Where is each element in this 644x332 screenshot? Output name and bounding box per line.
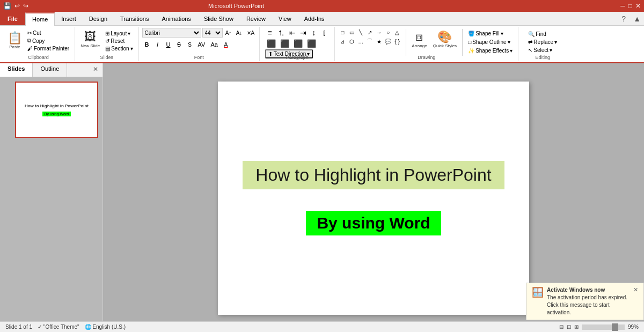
font-family-select[interactable]: Calibri [142, 28, 201, 38]
arrange-button[interactable]: ⧈ Arrange [409, 28, 429, 51]
redo-icon[interactable]: ↪ [23, 2, 28, 10]
quick-styles-button[interactable]: 🎨 Quick Styles [431, 28, 459, 51]
slide-subtitle[interactable]: By using Word [306, 211, 441, 235]
tab-insert[interactable]: Insert [55, 12, 83, 25]
tab-file[interactable]: File [0, 12, 25, 25]
increase-font-button[interactable]: A↑ [224, 28, 233, 38]
paste-button[interactable]: 📋 Paste [5, 29, 24, 53]
copy-icon: ⧉ [27, 38, 31, 44]
zoom-slider[interactable] [582, 324, 625, 330]
help-icon[interactable]: ? [617, 14, 630, 23]
slide-info: Slide 1 of 1 [5, 324, 32, 330]
underline-button[interactable]: U [164, 40, 173, 49]
shape-line[interactable]: ╲ [356, 28, 365, 36]
view-slide-btn[interactable]: ⊡ [567, 324, 571, 330]
justify-button[interactable]: ⬛ [305, 39, 318, 48]
shape-curve[interactable]: ⌒ [365, 37, 374, 46]
copy-button[interactable]: ⧉ Copy [25, 37, 71, 45]
activation-toast[interactable]: 🪟 Activate Windows now The activation pe… [526, 283, 644, 320]
shape-hex[interactable]: ⬡ [347, 37, 356, 46]
select-button[interactable]: ↖ Select ▾ [526, 47, 559, 54]
slides-tab[interactable]: Slides [0, 63, 33, 77]
cut-button[interactable]: ✂ Cut [25, 29, 71, 36]
align-right-button[interactable]: ⬛ [292, 39, 304, 48]
strikethrough-button[interactable]: S [174, 40, 184, 49]
font-color-button[interactable]: A [221, 40, 231, 49]
decrease-indent-button[interactable]: ⇤ [288, 28, 297, 38]
minimize-btn[interactable]: ─ [620, 2, 625, 10]
reset-button[interactable]: ↺ Reset [103, 38, 135, 45]
columns-button[interactable]: ⫿ [320, 28, 330, 38]
replace-icon: ⇄ [528, 39, 532, 45]
slide-canvas[interactable]: How to Highlight in PowerPoint By using … [218, 82, 529, 315]
shape-outline-button[interactable]: □ Shape Outline ▾ [466, 39, 515, 46]
view-normal-btn[interactable]: ⊟ [559, 324, 564, 330]
layout-icon: ⊞ [105, 31, 109, 36]
slide-thumbnail[interactable]: How to Highlight in PowerPoint By using … [15, 82, 98, 138]
activation-message: The activation period has expired. Click… [547, 294, 630, 316]
shape-rect[interactable]: □ [338, 28, 347, 36]
tab-home[interactable]: Home [25, 12, 55, 26]
section-button[interactable]: ▤ Section ▾ [103, 45, 135, 52]
shape-rect2[interactable]: ▭ [347, 28, 356, 36]
cut-icon: ✂ [27, 30, 32, 36]
shape-line2[interactable]: ↗ [365, 28, 374, 36]
tab-addins[interactable]: Add-Ins [298, 12, 331, 25]
activation-title: Activate Windows now [547, 286, 630, 294]
reset-icon: ↺ [105, 38, 109, 44]
change-case-button[interactable]: Aa [208, 40, 219, 49]
font-size-select[interactable]: 44 [202, 28, 223, 38]
format-painter-icon: 🖌 [27, 46, 33, 51]
shape-circle[interactable]: ○ [384, 28, 392, 36]
tab-review[interactable]: Review [240, 12, 272, 25]
shape-fill-button[interactable]: 🪣 Shape Fill ▾ [466, 30, 515, 37]
line-spacing-button[interactable]: ↕ [309, 28, 319, 38]
shape-eq[interactable]: { } [393, 37, 401, 46]
tab-view[interactable]: View [272, 12, 298, 25]
text-shadow-button[interactable]: S [185, 40, 195, 49]
align-left-button[interactable]: ⬛ [265, 39, 277, 48]
font-label: Font [139, 55, 260, 60]
toast-close-button[interactable]: ✕ [633, 286, 638, 293]
align-center-button[interactable]: ⬛ [279, 39, 291, 48]
shape-effects-button[interactable]: ✨ Shape Effects ▾ [466, 47, 515, 54]
numbering-button[interactable]: ⒈ [276, 28, 287, 38]
find-button[interactable]: 🔍 Find [526, 31, 559, 38]
shape-star[interactable]: ★ [375, 37, 383, 46]
language-status[interactable]: 🌐 English (U.S.) [85, 324, 126, 330]
undo-icon[interactable]: ↩ [14, 2, 20, 10]
outline-tab[interactable]: Outline [33, 63, 67, 77]
bold-button[interactable]: B [142, 40, 152, 49]
activation-icon: 🪟 [532, 286, 544, 298]
shape-more[interactable]: … [356, 37, 365, 46]
char-spacing-button[interactable]: AV [196, 40, 208, 49]
tab-slideshow[interactable]: Slide Show [197, 12, 240, 25]
increase-indent-button[interactable]: ⇥ [298, 28, 308, 38]
replace-button[interactable]: ⇄ Replace ▾ [526, 39, 559, 46]
bullets-button[interactable]: ≡ [265, 28, 275, 38]
window-title: Microsoft PowerPoint [208, 3, 264, 9]
shape-callout[interactable]: 💬 [384, 37, 392, 46]
layout-button[interactable]: ⊞ Layout ▾ [103, 30, 135, 37]
save-icon[interactable]: 💾 [3, 2, 11, 10]
shape-rt[interactable]: ⊿ [338, 37, 347, 46]
panel-close-button[interactable]: ✕ [89, 63, 103, 77]
tab-design[interactable]: Design [83, 12, 114, 25]
view-reading-btn[interactable]: ⊞ [574, 324, 579, 330]
decrease-font-button[interactable]: A↓ [235, 28, 244, 38]
slide-title[interactable]: How to Highlight in PowerPoint [243, 161, 504, 189]
new-slide-button[interactable]: 🖼 New Slide [78, 28, 102, 51]
tab-transitions[interactable]: Transitions [114, 12, 155, 25]
format-painter-button[interactable]: 🖌 Format Painter [25, 45, 71, 52]
shape-arrow[interactable]: → [375, 28, 383, 36]
shape-outline-icon: □ [468, 39, 471, 45]
shape-tri[interactable]: △ [393, 28, 401, 36]
maximize-btn[interactable]: □ [628, 2, 632, 10]
tab-animations[interactable]: Animations [155, 12, 197, 25]
section-icon: ▤ [105, 46, 110, 51]
close-btn[interactable]: ✕ [635, 2, 641, 10]
thumb-title-text: How to Highlight in PowerPoint [25, 104, 89, 108]
italic-button[interactable]: I [153, 40, 163, 49]
ribbon-collapse-icon[interactable]: ▲ [630, 14, 644, 23]
clear-format-button[interactable]: ✕A [245, 28, 257, 38]
